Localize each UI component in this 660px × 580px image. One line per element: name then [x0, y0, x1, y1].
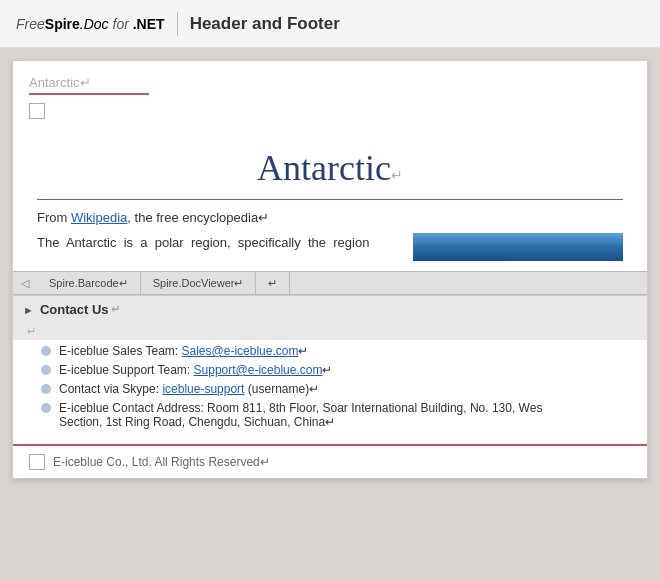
- logo-free: Free: [16, 16, 45, 32]
- body-text: The Antarctic is a polar region, specifi…: [37, 233, 623, 261]
- contact-item-support: E-iceblue Support Team: Support@e-iceblu…: [41, 363, 637, 377]
- bullet-address: [41, 403, 51, 413]
- contact-header-label: Contact Us: [40, 302, 109, 317]
- page-title: Header and Footer: [190, 14, 340, 34]
- bullet-sales: [41, 346, 51, 356]
- pilcrow-title: ↵: [391, 168, 403, 183]
- vertical-divider: [177, 12, 178, 36]
- contact-list: E-iceblue Sales Team: Sales@e-iceblue.co…: [13, 340, 647, 444]
- document-card: Antarctic↵ Antarctic↵ From Wikipedia, th…: [12, 60, 648, 479]
- antarctic-image: [413, 233, 623, 261]
- contact-section: ► Contact Us↵ ↵: [13, 295, 647, 340]
- contact-item-address: E-iceblue Contact Address: Room 811, 8th…: [41, 401, 637, 429]
- tab-barcode[interactable]: Spire.Barcode↵: [37, 272, 141, 294]
- tab-docviewer[interactable]: Spire.DocViewer↵: [141, 272, 257, 294]
- tab-scroll-left[interactable]: ◁: [13, 272, 37, 294]
- footer-marker: [29, 454, 45, 470]
- contact-item-skype: Contact via Skype: iceblue-support (user…: [41, 382, 637, 396]
- logo-for: for: [109, 16, 133, 32]
- support-email-link[interactable]: Support@e-iceblue.com: [194, 363, 323, 377]
- top-bar: FreeSpire.Doc for .NET Header and Footer: [0, 0, 660, 48]
- contact-skype-text: Contact via Skype: iceblue-support (user…: [59, 382, 319, 396]
- tab-extra[interactable]: ↵: [256, 272, 290, 294]
- from-text: From Wikipedia, the free encyclopedia↵: [37, 210, 623, 225]
- contact-sales-text: E-iceblue Sales Team: Sales@e-iceblue.co…: [59, 344, 308, 358]
- footer-text: E-iceblue Co., Ltd. All Rights Reserved↵: [53, 455, 270, 469]
- skype-link[interactable]: iceblue-support: [162, 382, 244, 396]
- from-rest: , the free encyclopedia↵: [127, 210, 269, 225]
- tab-docviewer-label: Spire.DocViewer↵: [153, 277, 244, 290]
- contact-address-text: E-iceblue Contact Address: Room 811, 8th…: [59, 401, 542, 429]
- blue-divider: [37, 199, 623, 200]
- from-label: From: [37, 210, 71, 225]
- logo-net: .NET: [133, 16, 165, 32]
- doc-body: Antarctic↵ From Wikipedia, the free ency…: [13, 127, 647, 271]
- logo-spire: Spire: [45, 16, 80, 32]
- doc-header: Antarctic↵: [13, 61, 647, 127]
- contact-support-text: E-iceblue Support Team: Support@e-iceblu…: [59, 363, 332, 377]
- doc-footer: E-iceblue Co., Ltd. All Rights Reserved↵: [13, 444, 647, 478]
- contact-header: ► Contact Us↵: [13, 296, 647, 323]
- bullet-skype: [41, 384, 51, 394]
- tab-barcode-label: Spire.Barcode↵: [49, 277, 128, 290]
- header-underline: [29, 93, 149, 95]
- contact-pilcrow: ↵: [111, 303, 120, 316]
- header-text: Antarctic↵: [29, 75, 91, 90]
- tab-extra-label: ↵: [268, 277, 277, 290]
- contact-expand-icon[interactable]: ►: [23, 304, 34, 316]
- contact-item-sales: E-iceblue Sales Team: Sales@e-iceblue.co…: [41, 344, 637, 358]
- logo: FreeSpire.Doc for .NET: [16, 16, 165, 32]
- wikipedia-link[interactable]: Wikipedia: [71, 210, 127, 225]
- bullet-support: [41, 365, 51, 375]
- header-marker: [29, 103, 45, 119]
- logo-doc: .Doc: [80, 16, 109, 32]
- body-words: The Antarctic is a polar region, specifi…: [37, 233, 413, 253]
- sales-email-link[interactable]: Sales@e-iceblue.com: [182, 344, 299, 358]
- main-content: Antarctic↵ Antarctic↵ From Wikipedia, th…: [0, 48, 660, 580]
- small-pilcrow: ↵: [17, 323, 647, 340]
- tab-strip: ◁ Spire.Barcode↵ Spire.DocViewer↵ ↵: [13, 271, 647, 295]
- doc-title: Antarctic↵: [37, 137, 623, 195]
